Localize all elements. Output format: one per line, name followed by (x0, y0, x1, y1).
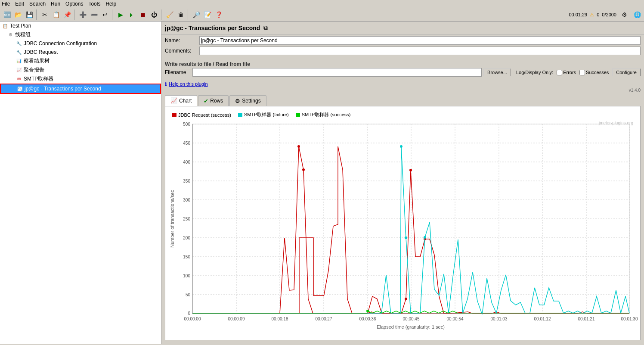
tree-item-smtp-sampler[interactable]: ✉ SMTP取样器 (0, 75, 161, 84)
svg-text:400: 400 (183, 160, 190, 165)
errors-label: Errors (563, 70, 576, 75)
clear-button[interactable]: 🧹 (164, 9, 175, 20)
form-area: Name: Comments: (161, 34, 644, 59)
browse-remote-button[interactable]: 🔎 (191, 9, 201, 20)
legend-dot-smtp-success (296, 113, 300, 117)
dot-smtp-f-1 (400, 145, 402, 148)
chart-svg: 0 50 100 150 200 250 300 350 400 450 500… (169, 120, 638, 335)
paste-button[interactable]: 📌 (62, 9, 72, 20)
tree-item-result-tree[interactable]: 📊 察看结果树 (0, 56, 161, 65)
x-axis-label: Elapsed time (granularity: 1 sec) (377, 324, 445, 329)
tree-item-jdbc-request[interactable]: 🔧 JDBC Request (0, 48, 161, 56)
chart-container: JDBC Request (success) SMTP取样器 (failure)… (165, 106, 641, 340)
thread-group-icon: ⚙ (7, 31, 14, 38)
legend-smtp-failure: SMTP取样器 (failure) (238, 112, 289, 118)
menu-edit[interactable]: Edit (15, 1, 24, 7)
name-label: Name: (165, 37, 199, 44)
errors-checkbox-label[interactable]: Errors (557, 70, 576, 75)
successes-checkbox[interactable] (579, 70, 585, 75)
menu-options[interactable]: Options (65, 1, 83, 7)
tree-item-jdbc-config[interactable]: 🔧 JDBC Connection Configuration (0, 39, 161, 48)
checkbox-row: Errors Successes Configure (557, 68, 641, 76)
tree-item-thread-group[interactable]: ⚙ 线程组 (0, 30, 161, 39)
log-display-label: Log/Display Only: (516, 70, 553, 75)
save-button[interactable]: 💾 (24, 9, 34, 20)
rows-tab-label: Rows (210, 98, 223, 104)
smtp-sampler-label: SMTP取样器 (24, 75, 53, 83)
tree-item-test-plan[interactable]: 📋 Test Plan (0, 22, 161, 30)
toolbar-separator-1 (36, 9, 38, 20)
thread-count: 0/2000 (602, 12, 616, 17)
svg-text:00:00:54: 00:00:54 (447, 317, 464, 321)
add-button[interactable]: ➕ (77, 9, 88, 20)
settings-icon[interactable]: ⚙ (619, 9, 629, 20)
legend-label-smtp-success: SMTP取样器 (success) (302, 112, 351, 118)
svg-text:100: 100 (183, 274, 190, 278)
svg-text:450: 450 (183, 141, 190, 146)
filename-label: Filename (165, 69, 191, 75)
successes-checkbox-label[interactable]: Successes (579, 70, 609, 75)
menu-help[interactable]: Help (105, 1, 116, 7)
remove-button[interactable]: ➖ (89, 9, 99, 20)
tab-rows[interactable]: ✔ Rows (198, 95, 229, 106)
comments-input[interactable] (199, 47, 641, 55)
name-input[interactable] (199, 36, 641, 45)
name-row: Name: (165, 36, 641, 45)
svg-text:00:01:21: 00:01:21 (578, 317, 595, 321)
svg-text:500: 500 (183, 122, 190, 127)
dot-smtp-s-1 (366, 310, 369, 312)
settings-tab-label: Settings (242, 98, 260, 104)
dot-jdbc-1 (297, 145, 300, 148)
new-button[interactable]: 🆕 (2, 9, 12, 20)
help-link[interactable]: Help on this plugin (169, 81, 208, 87)
svg-text:00:00:27: 00:00:27 (316, 317, 332, 321)
svg-text:0: 0 (188, 311, 190, 316)
online-icon[interactable]: 🌐 (632, 9, 642, 20)
shutdown-button[interactable]: ⏻ (149, 9, 159, 20)
info-icon: ℹ (165, 81, 167, 87)
browse-button[interactable]: Browse... (483, 68, 511, 76)
test-plan-icon: 📋 (2, 22, 9, 29)
tree-item-aggregate[interactable]: 📈 聚合报告 (0, 65, 161, 75)
legend-dot-smtp-fail (238, 113, 242, 117)
rows-tab-icon: ✔ (204, 98, 208, 104)
stop-button[interactable]: ⏹ (138, 9, 148, 20)
tab-settings[interactable]: ⚙ Settings (229, 95, 266, 106)
svg-text:00:00:09: 00:00:09 (228, 317, 245, 321)
aggregate-label: 聚合报告 (24, 66, 44, 74)
expand-icon[interactable]: ⧉ (263, 24, 268, 31)
start-button[interactable]: ▶ (115, 9, 126, 20)
open-button[interactable]: 📂 (13, 9, 23, 20)
svg-text:00:00:45: 00:00:45 (403, 317, 420, 321)
warning-count: 0 (597, 12, 599, 17)
tree-item-tps[interactable]: 📉 jp@gc - Transactions per Second (0, 84, 161, 94)
copy-button[interactable]: 📋 (51, 9, 61, 20)
chart-tab-icon: 📈 (170, 97, 177, 104)
menu-file[interactable]: File (2, 1, 10, 7)
errors-checkbox[interactable] (557, 70, 562, 75)
svg-text:300: 300 (183, 198, 190, 202)
jdbc-config-label: JDBC Connection Configuration (24, 40, 97, 47)
svg-text:00:01:12: 00:01:12 (534, 317, 551, 321)
filename-input[interactable] (192, 68, 482, 77)
svg-text:00:01:30: 00:01:30 (621, 317, 638, 321)
cut-button[interactable]: ✂ (40, 9, 50, 20)
sidebar: 📋 Test Plan ⚙ 线程组 🔧 JDBC Connection Conf… (0, 22, 161, 344)
warning-icon: ⚠ (590, 12, 594, 18)
clear-all-button[interactable]: 🗑 (176, 9, 186, 20)
write-results-section: Write results to file / Read from file F… (161, 59, 644, 80)
configure-button[interactable]: Configure (612, 68, 641, 76)
template-button[interactable]: 📝 (202, 9, 213, 20)
help-button[interactable]: ❓ (214, 9, 224, 20)
start-no-pause-button[interactable]: ⏵ (127, 9, 137, 20)
menu-run[interactable]: Run (51, 1, 60, 7)
tab-chart[interactable]: 📈 Chart (165, 95, 197, 106)
reset-button[interactable]: ↩ (100, 9, 110, 20)
legend-label-jdbc: JDBC Request (success) (178, 112, 231, 118)
legend-label-smtp-failure: SMTP取样器 (failure) (244, 112, 289, 118)
menu-tools[interactable]: Tools (88, 1, 100, 7)
result-tree-label: 察看结果树 (24, 57, 50, 65)
menu-search[interactable]: Search (29, 1, 46, 7)
status-time: 00:01:29 (569, 12, 587, 17)
svg-text:00:01:03: 00:01:03 (491, 317, 508, 321)
